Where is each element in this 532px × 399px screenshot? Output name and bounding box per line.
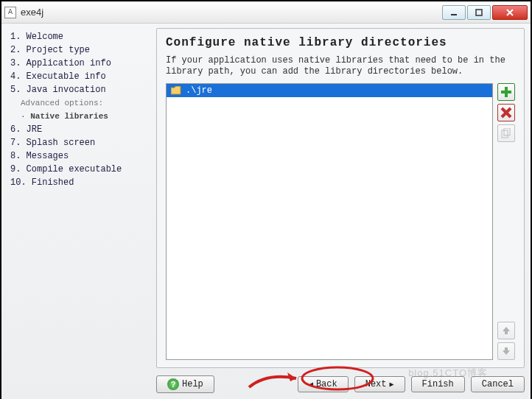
- svg-rect-1: [476, 10, 482, 15]
- main-panel: Configure native library directories If …: [156, 28, 525, 368]
- add-button[interactable]: [497, 83, 515, 101]
- window-title: exe4j: [21, 7, 43, 18]
- step-application-info[interactable]: 3. Application info: [10, 58, 146, 69]
- next-button[interactable]: Next▶: [354, 376, 405, 392]
- step-project-type[interactable]: 2. Project type: [10, 45, 146, 56]
- list-item-path: .\jre: [186, 85, 212, 96]
- step-finished[interactable]: 10. Finished: [10, 177, 146, 188]
- page-title: Configure native library directories: [166, 36, 515, 49]
- step-java-invocation[interactable]: 5. Java invocation: [10, 85, 146, 96]
- library-directories-list[interactable]: .\jre: [166, 83, 493, 360]
- app-icon: A: [4, 7, 16, 18]
- advanced-options-note: Advanced options:: [21, 98, 146, 109]
- triangle-right-icon: ▶: [390, 380, 394, 389]
- close-button[interactable]: [492, 5, 528, 20]
- copy-button[interactable]: [497, 124, 515, 142]
- step-executable-info[interactable]: 4. Executable info: [10, 71, 146, 82]
- button-bar: ? Help ◀Back Next▶ Finish Cancel: [156, 368, 525, 393]
- step-compile-executable[interactable]: 9. Compile executable: [10, 164, 146, 175]
- list-item[interactable]: .\jre: [167, 84, 492, 97]
- remove-button[interactable]: [497, 104, 515, 121]
- move-up-button[interactable]: [497, 322, 515, 339]
- svg-rect-5: [501, 91, 511, 93]
- wizard-sidebar: 1. Welcome 2. Project type 3. Applicatio…: [1, 24, 152, 399]
- help-icon: ?: [167, 378, 179, 390]
- triangle-left-icon: ◀: [309, 380, 313, 389]
- step-splash-screen[interactable]: 7. Splash screen: [10, 138, 146, 149]
- step-messages[interactable]: 8. Messages: [10, 151, 146, 162]
- cancel-button[interactable]: Cancel: [471, 376, 525, 392]
- svg-rect-9: [504, 128, 510, 135]
- arrow-up-icon: [502, 326, 511, 335]
- svg-rect-8: [502, 130, 508, 138]
- page-description: If your application uses native librarie…: [166, 55, 515, 77]
- back-button[interactable]: ◀Back: [298, 376, 349, 392]
- step-jre[interactable]: 6. JRE: [10, 124, 146, 135]
- move-down-button[interactable]: [497, 342, 515, 360]
- folder-icon: [171, 86, 181, 95]
- maximize-button[interactable]: [467, 5, 491, 20]
- help-button[interactable]: ? Help: [156, 375, 214, 393]
- minimize-button[interactable]: [442, 5, 466, 20]
- plus-icon: [500, 86, 512, 98]
- titlebar: A exe4j: [1, 1, 531, 24]
- copy-icon: [501, 128, 511, 138]
- x-icon: [500, 107, 512, 119]
- finish-button[interactable]: Finish: [411, 376, 465, 392]
- step-welcome[interactable]: 1. Welcome: [10, 32, 146, 43]
- arrow-down-icon: [502, 347, 511, 356]
- step-native-libraries[interactable]: · Native libraries: [21, 111, 146, 122]
